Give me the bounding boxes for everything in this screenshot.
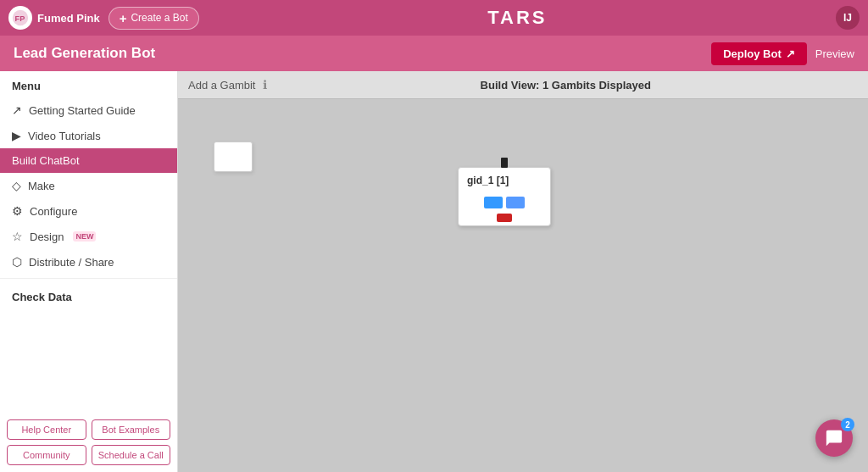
sidebar-item-video-tutorials[interactable]: ▶ Video Tutorials [0, 123, 177, 148]
deploy-bot-button[interactable]: Deploy Bot ↗ [711, 42, 807, 65]
canvas-area: Add a Gambit ℹ Build View: 1 Gambits Dis… [178, 71, 868, 472]
gambit-connectors [459, 193, 550, 212]
check-data-label: Check Data [0, 282, 177, 308]
star-icon: ☆ [12, 230, 23, 243]
plus-icon: + [120, 11, 127, 25]
preview-link[interactable]: Preview [815, 47, 854, 60]
sidebar-item-make[interactable]: ◇ Make [0, 173, 177, 198]
bot-examples-button[interactable]: Bot Examples [92, 419, 171, 440]
brand-icon: FP [8, 6, 32, 30]
help-center-button[interactable]: Help Center [7, 419, 86, 440]
sidebar-divider [0, 278, 177, 279]
gambit-node-label: gid_1 [1] [459, 168, 550, 193]
connector-blue-2 [506, 197, 525, 208]
external-link-icon: ↗ [786, 47, 795, 60]
app-title: TARS [208, 7, 827, 29]
chat-icon [825, 429, 843, 447]
play-icon: ▶ [12, 129, 21, 142]
topbar: FP Fumed Pink + Create a Bot TARS IJ [0, 0, 868, 36]
gambit-node-bottom [459, 212, 550, 225]
schedule-call-button[interactable]: Schedule a Call [92, 445, 171, 465]
gear-icon: ⚙ [12, 204, 23, 218]
page-header: Lead Generation Bot Deploy Bot ↗ Preview [0, 36, 868, 71]
sidebar-item-design[interactable]: ☆ Design NEW [0, 224, 177, 249]
svg-text:FP: FP [15, 14, 25, 23]
header-actions: Deploy Bot ↗ Preview [711, 42, 854, 65]
external-link-icon: ↗ [12, 103, 22, 117]
menu-section-label: Menu [0, 71, 177, 97]
canvas[interactable]: gid_1 [1] 2 [178, 99, 868, 472]
top-pin [501, 158, 508, 168]
sidebar-item-configure[interactable]: ⚙ Configure [0, 198, 177, 224]
canvas-toolbar: Add a Gambit ℹ Build View: 1 Gambits Dis… [178, 71, 868, 99]
user-avatar[interactable]: IJ [836, 6, 860, 30]
new-badge: NEW [73, 231, 96, 242]
create-bot-button[interactable]: + Create a Bot [108, 7, 199, 30]
share-icon: ⬡ [12, 255, 22, 269]
add-gambit-button[interactable]: Add a Gambit [188, 79, 256, 92]
gambit-node[interactable]: gid_1 [1] [458, 167, 551, 226]
sidebar-footer: Help Center Bot Examples Community Sched… [0, 413, 177, 472]
brand-logo[interactable]: FP Fumed Pink [8, 6, 100, 30]
sidebar-item-distribute[interactable]: ⬡ Distribute / Share [0, 249, 177, 275]
diamond-icon: ◇ [12, 179, 21, 192]
info-icon: ℹ [263, 78, 267, 92]
blank-card [214, 142, 253, 172]
connector-red [497, 214, 512, 222]
build-view-label: Build View: 1 Gambits Displayed [274, 79, 859, 92]
footer-row-1: Help Center Bot Examples [7, 419, 170, 440]
page-title: Lead Generation Bot [14, 45, 155, 62]
connector-blue-1 [484, 197, 503, 208]
brand-name: Fumed Pink [37, 12, 100, 25]
sidebar: Menu ↗ Getting Started Guide ▶ Video Tut… [0, 71, 178, 472]
sidebar-item-getting-started[interactable]: ↗ Getting Started Guide [0, 97, 177, 123]
main-layout: Menu ↗ Getting Started Guide ▶ Video Tut… [0, 71, 868, 472]
build-chatbot-section-label: Build ChatBot [0, 148, 177, 173]
chat-badge: 2 [841, 418, 854, 431]
chat-widget-button[interactable]: 2 [815, 419, 853, 457]
footer-row-2: Community Schedule a Call [7, 445, 170, 465]
community-button[interactable]: Community [7, 445, 86, 465]
